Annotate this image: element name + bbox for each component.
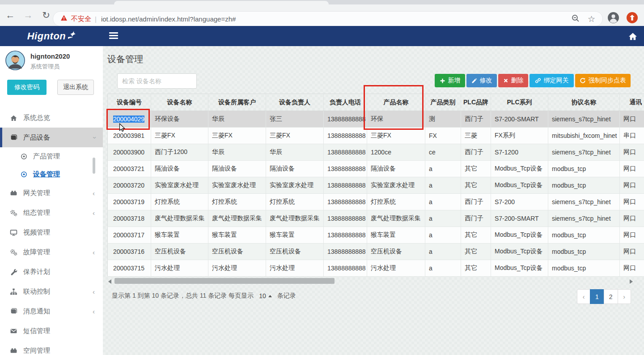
device-id-cell: 200003717 xyxy=(113,231,144,239)
owner-cell: 张三 xyxy=(266,111,324,128)
col-plc-brand[interactable]: PLC品牌 xyxy=(461,94,491,111)
sidebar-item-fault[interactable]: 故障管理 ‹ xyxy=(0,242,103,262)
col-plc-series[interactable]: PLC系列 xyxy=(491,94,548,111)
delete-button[interactable]: 删除 xyxy=(498,74,528,87)
plc-brand-cell: 其它 xyxy=(461,227,491,244)
comm-cell: 网口 xyxy=(620,260,644,277)
table-row[interactable]: 200003715 污水处理 污水处理 污水处理 13888888888 污水处… xyxy=(108,260,644,277)
sidebar-item-product-device[interactable]: 产品设备 ‹ xyxy=(0,128,103,147)
comm-cell: 网口 xyxy=(620,227,644,244)
table-row[interactable]: 200003717 猴车装置 猴车装置 猴车装置 13888888888 猴车装… xyxy=(108,227,644,244)
x-icon xyxy=(503,78,508,83)
sidebar-item-device-mgmt[interactable]: 设备管理 xyxy=(0,165,103,183)
product-type-cell: FX xyxy=(425,128,461,144)
product-name-cell: 灯控系统 xyxy=(367,194,425,210)
chevron-left-icon: ‹ xyxy=(93,288,95,295)
col-customer[interactable]: 设备所属客户 xyxy=(208,94,266,111)
reload-icon[interactable]: ↻ xyxy=(38,8,54,23)
device-name-cell: 西门子1200 xyxy=(151,144,208,161)
update-icon[interactable] xyxy=(627,12,638,23)
add-button[interactable]: 新增 xyxy=(435,74,465,87)
scroll-left-icon[interactable] xyxy=(108,279,111,284)
sidebar-item-maintenance[interactable]: 保养计划 xyxy=(0,262,103,282)
chevron-left-icon: ‹ xyxy=(93,189,95,197)
device-name-cell: 空压机设备 xyxy=(151,244,208,260)
table-row[interactable]: 200003719 灯控系统 灯控系统 灯控系统 13888888888 灯控系… xyxy=(108,194,644,210)
col-device-name[interactable]: 设备名称 xyxy=(151,94,208,111)
pagination-next[interactable]: › xyxy=(618,289,631,304)
pagination-prev[interactable]: ‹ xyxy=(577,289,590,304)
device-name-cell: 猴车装置 xyxy=(151,227,208,244)
back-icon[interactable]: ← xyxy=(3,8,18,23)
col-product-name[interactable]: 产品名称 xyxy=(367,94,425,111)
product-name-cell: 隔油设备 xyxy=(367,161,425,177)
product-type-cell: a xyxy=(425,194,461,210)
deer-icon xyxy=(67,30,76,42)
sidebar-item-gateway[interactable]: 网关管理 ‹ xyxy=(0,183,103,203)
plc-series-cell: Modbus_Tcp设备 xyxy=(491,260,548,277)
profile-icon[interactable] xyxy=(608,12,619,23)
sidebar-item-label: 产品管理 xyxy=(33,152,60,161)
sidebar-scrollbar[interactable] xyxy=(93,158,95,174)
product-name-cell: 空压机设备 xyxy=(367,244,425,260)
phone-cell: 13888888888 xyxy=(324,260,367,277)
owner-cell: 灯控系统 xyxy=(266,194,324,210)
plc-series-cell: S7-1200 xyxy=(491,144,548,161)
plc-series-cell: S7-200-SMART xyxy=(491,210,548,227)
device-id-cell: 200003720 xyxy=(113,182,144,189)
protocol-cell: mitsubishi_fxcom_hinet xyxy=(548,128,620,144)
sidebar-item-config[interactable]: 组态管理 ‹ xyxy=(0,203,103,222)
sidebar-item-linkage[interactable]: 联动控制 ‹ xyxy=(0,282,103,301)
sidebar-item-notification[interactable]: 消息通知 ‹ xyxy=(0,301,103,321)
page-size-dropdown[interactable]: 10 xyxy=(259,292,272,299)
table-row[interactable]: 200003721 隔油设备 隔油设备 隔油设备 13888888888 隔油设… xyxy=(108,161,644,177)
sidebar-item-product-mgmt[interactable]: 产品管理 xyxy=(0,147,103,165)
address-bar[interactable]: 不安全 | iot.idosp.net/admin/index.html?lan… xyxy=(53,11,603,26)
sidebar-item-sms[interactable]: 短信管理 xyxy=(0,321,103,341)
wrench-icon xyxy=(10,268,17,276)
col-phone[interactable]: 负责人电话 xyxy=(324,94,367,111)
top-navbar: Hignton xyxy=(0,26,644,46)
device-table: 设备编号 设备名称 设备所属客户 设备负责人 负责人电话 产品名称 产品类别 P… xyxy=(107,94,644,277)
change-password-button[interactable]: 修改密码 xyxy=(7,80,47,95)
zoom-icon[interactable] xyxy=(571,14,580,24)
table-row[interactable]: 200003716 空压机设备 空压机设备 空压机设备 13888888888 … xyxy=(108,244,644,260)
scrollbar-thumb[interactable] xyxy=(114,278,335,284)
sidebar-item-space[interactable]: 空间管理 xyxy=(0,341,103,355)
hamburger-icon[interactable] xyxy=(109,32,118,40)
home-icon[interactable] xyxy=(628,31,638,41)
col-comm[interactable]: 通讯 xyxy=(620,94,644,111)
sidebar-item-label: 消息通知 xyxy=(23,307,50,316)
col-product-type[interactable]: 产品类别 xyxy=(425,94,461,111)
pagination-page-2[interactable]: 2 xyxy=(604,289,618,304)
gears-icon xyxy=(10,209,17,217)
url-text[interactable]: iot.idosp.net/admin/index.html?language=… xyxy=(101,15,236,23)
table-row[interactable]: 200003900 西门子1200 华辰 华辰 13888888888 1200… xyxy=(108,144,644,161)
forward-icon[interactable]: → xyxy=(21,8,36,23)
star-icon[interactable]: ☆ xyxy=(588,14,595,24)
customer-cell: 隔油设备 xyxy=(208,161,266,177)
sitemap-icon xyxy=(10,288,17,295)
logout-button[interactable]: 退出系统 xyxy=(57,80,94,95)
col-device-id[interactable]: 设备编号 xyxy=(108,94,151,111)
device-id-cell: 200003716 xyxy=(113,248,144,255)
sidebar-submenu: 产品管理 设备管理 xyxy=(0,147,103,183)
browser-tab[interactable] xyxy=(114,1,329,4)
table-row[interactable]: 200003720 实验室废水处理 实验室废水处理 实验室废水处理 138888… xyxy=(108,177,644,194)
scroll-right-icon[interactable] xyxy=(630,279,633,284)
user-avatar[interactable] xyxy=(5,51,25,70)
table-row[interactable]: 200004029 环保设备 华辰 张三 13888888888 环保 测 西门… xyxy=(108,111,644,128)
sidebar-item-overview[interactable]: 系统总览 xyxy=(0,108,103,128)
edit-button[interactable]: 修改 xyxy=(466,74,497,87)
table-row[interactable]: 200003981 三菱FX 三菱FX 三菱FX 13888888888 三菱F… xyxy=(108,128,644,144)
security-label[interactable]: 不安全 xyxy=(71,15,91,23)
table-row[interactable]: 200003718 废气处理数据采集 废气处理数据采集 废气处理数据采集 138… xyxy=(108,210,644,227)
search-input[interactable] xyxy=(117,73,197,89)
sidebar-item-video[interactable]: 视频管理 xyxy=(0,222,103,242)
sync-points-button[interactable]: 强制同步点表 xyxy=(575,74,631,87)
bind-gateway-button[interactable]: 绑定网关 xyxy=(530,74,574,87)
col-protocol[interactable]: 协议名称 xyxy=(548,94,620,111)
col-owner[interactable]: 设备负责人 xyxy=(266,94,324,111)
pagination-page-1[interactable]: 1 xyxy=(590,289,604,304)
phone-cell: 13888888888 xyxy=(324,177,367,194)
